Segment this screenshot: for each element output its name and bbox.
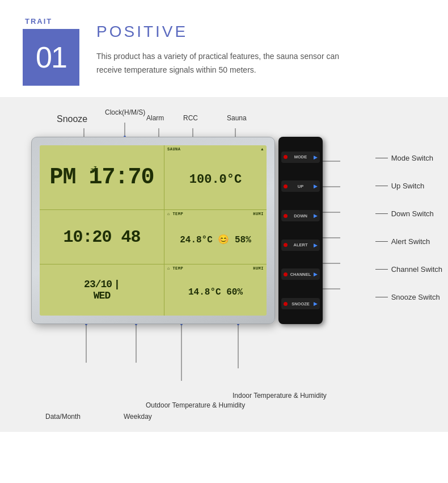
main-display: ZZ PM 17:70 SAUNA ▲ 100.0°C 10:20 48: [31, 137, 275, 324]
snooze-label: SNOOZE: [290, 301, 311, 306]
screen-row-1: ZZ PM 17:70 SAUNA ▲ 100.0°C: [40, 145, 267, 210]
sauna-label: Sauna: [227, 114, 247, 122]
weekday-bottom-label: Weekday: [124, 413, 152, 421]
up-dash: [375, 186, 388, 186]
date-display: 23/10: [84, 279, 112, 290]
mode-switch-text: Mode Switch: [391, 154, 433, 162]
mode-label: MODE: [290, 154, 311, 159]
indoor-temp-label-text: Indoor Temperature & Humidity: [233, 392, 327, 400]
mode-switch-label: Mode Switch: [375, 154, 442, 162]
mode-dash: [375, 158, 388, 158]
screen-row-2: 10:20 48 ⌂ TEMP HUMI 24.8°C 😊 58%: [40, 210, 267, 264]
outdoor-humi-label: HUMI: [253, 266, 264, 271]
trait-label: TRAIT: [25, 17, 52, 26]
sub-time-display: 10:20 48: [40, 210, 164, 264]
alert-button[interactable]: ALERT ▶: [281, 240, 320, 251]
trait-description: This product has a variety of practical …: [96, 50, 357, 77]
channel-switch-text: Channel Switch: [391, 265, 442, 274]
mode-button[interactable]: MODE ▶: [281, 152, 320, 163]
outdoor-temp-display: ⌂ TEMP HUMI 14.8°C 60%: [164, 264, 267, 316]
snooze-dot: [284, 302, 288, 306]
down-dot: [284, 214, 288, 218]
outdoor-temp-bottom-label: Outdoor Temperature & Humidity: [146, 401, 245, 409]
indoor-labels: ⌂ TEMP HUMI: [167, 212, 264, 216]
outdoor-values: 14.8°C 60%: [167, 271, 264, 314]
down-button[interactable]: DOWN ▶: [281, 210, 320, 221]
snooze-switch-label: Snooze Switch: [375, 293, 442, 301]
main-time-display: ZZ PM 17:70: [40, 145, 164, 209]
mode-dot: [284, 155, 288, 159]
sauna-labels: SAUNA ▲: [167, 147, 264, 152]
sauna-display: SAUNA ▲ 100.0°C: [164, 145, 267, 209]
sauna-value: 100.0°C: [167, 152, 264, 208]
trait-number: 01: [36, 40, 66, 74]
trait-content: POSITIVE This product has a variety of p…: [96, 17, 357, 77]
alert-dash: [375, 241, 388, 242]
up-arrow: ▶: [314, 183, 318, 189]
up-button[interactable]: UP ▶: [281, 180, 320, 192]
down-dash: [375, 213, 388, 214]
alert-arrow: ▶: [314, 242, 318, 248]
down-label: DOWN: [290, 213, 311, 219]
data-month-bottom-label: Data/Month: [45, 413, 81, 421]
lcd-screen: ZZ PM 17:70 SAUNA ▲ 100.0°C 10:20 48: [40, 145, 267, 316]
channel-dash: [375, 269, 388, 270]
screen-row-3: 23/10 | WED ⌂ TEMP HUMI 14.8°C 60%: [40, 264, 267, 316]
channel-arrow: ▶: [314, 271, 318, 277]
remote-control: MODE ▶ UP ▶ DOWN ▶ ALERT ▶ CHANNEL ▶: [278, 137, 323, 324]
up-dot: [284, 184, 288, 188]
weekday-display: WED: [94, 290, 110, 301]
up-switch-label: Up Switch: [375, 182, 442, 190]
indoor-temp-display: ⌂ TEMP HUMI 24.8°C 😊 58%: [164, 210, 267, 264]
trait-number-box: 01: [23, 29, 79, 86]
diagram-section: Snooze Clock(H/M/S) Alarm RCC Sauna ZZ P…: [0, 97, 448, 432]
outdoor-temp-label: ⌂ TEMP: [167, 266, 183, 271]
trait-block: TRAIT 01: [23, 17, 79, 86]
indoor-values: 24.8°C 😊 58%: [167, 216, 264, 262]
up-label: UP: [290, 184, 311, 189]
snooze-switch-text: Snooze Switch: [391, 293, 440, 301]
switch-labels-container: Mode Switch Up Switch Down Switch Alert …: [375, 154, 442, 301]
down-arrow: ▶: [314, 213, 318, 219]
humi-label: HUMI: [253, 212, 264, 216]
channel-dot: [284, 272, 288, 276]
device-wrapper: ZZ PM 17:70 SAUNA ▲ 100.0°C 10:20 48: [31, 137, 323, 324]
channel-label: CHANNEL: [290, 272, 311, 277]
channel-button[interactable]: CHANNEL ▶: [281, 268, 320, 280]
clock-label: Clock(H/M/S): [105, 108, 145, 116]
temp-label: ⌂ TEMP: [167, 212, 183, 216]
alert-switch-label: Alert Switch: [375, 237, 442, 246]
down-switch-text: Down Switch: [391, 209, 434, 218]
date-weekday-display: 23/10 | WED: [40, 264, 164, 316]
alert-switch-text: Alert Switch: [391, 237, 430, 246]
up-switch-text: Up Switch: [391, 182, 425, 190]
day-divider: |: [114, 279, 120, 290]
sauna-unit: ▲: [261, 147, 264, 152]
alert-dot: [284, 243, 288, 247]
channel-switch-label: Channel Switch: [375, 265, 442, 274]
sauna-label-text: SAUNA: [167, 147, 181, 152]
snooze-button[interactable]: SNOOZE ▶: [281, 298, 320, 309]
indoor-temp-bottom-label: Indoor Temperature & Humidity: [233, 391, 327, 401]
rcc-label: RCC: [183, 114, 198, 122]
down-switch-label: Down Switch: [375, 209, 442, 218]
trait-heading: POSITIVE: [96, 23, 357, 41]
alert-label: ALERT: [290, 242, 311, 247]
snooze-label: Snooze: [57, 114, 87, 124]
snooze-dash: [375, 297, 388, 297]
top-section: TRAIT 01 POSITIVE This product has a var…: [0, 0, 448, 97]
snooze-arrow: ▶: [314, 301, 318, 306]
outdoor-labels: ⌂ TEMP HUMI: [167, 266, 264, 271]
mode-arrow: ▶: [314, 154, 318, 160]
alarm-label: Alarm: [146, 114, 164, 122]
